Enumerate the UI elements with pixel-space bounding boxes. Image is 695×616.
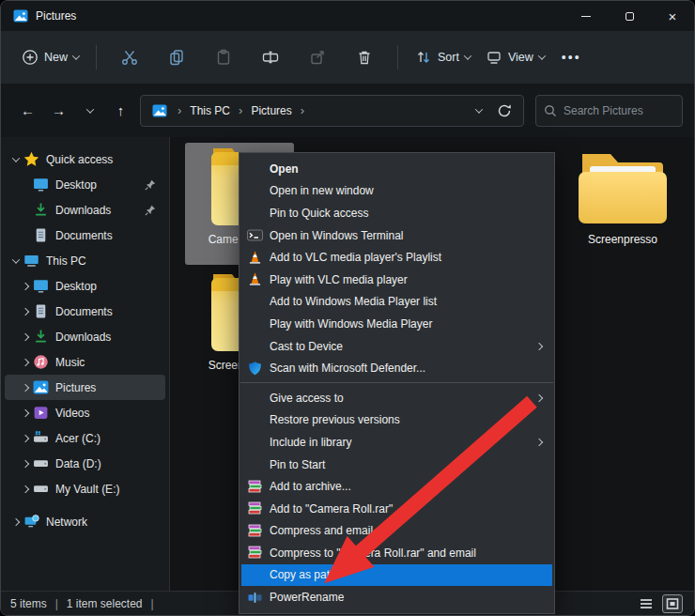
search-box[interactable] (535, 95, 683, 127)
sidebar-item-drive-e[interactable]: My Vault (E:) (5, 476, 165, 501)
back-button[interactable]: ← (12, 96, 43, 126)
chevron-down-icon (12, 255, 20, 263)
sidebar-item-pictures[interactable]: Pictures (5, 375, 165, 400)
see-more-button[interactable]: ••• (552, 50, 591, 65)
winrar-icon (247, 545, 263, 561)
paste-button[interactable] (205, 43, 242, 71)
sidebar-item-downloads[interactable]: Downloads (5, 324, 165, 349)
sidebar-item-label: Documents (55, 305, 113, 318)
menu-item-restore-previous-versions[interactable]: Restore previous versions (239, 409, 554, 432)
refresh-button[interactable] (497, 103, 512, 118)
menu-item-play-with-vlc[interactable]: Play with VLC media player (239, 269, 554, 291)
folder-screenpresso[interactable]: Screenpresso (568, 146, 677, 269)
close-button[interactable]: × (651, 1, 694, 31)
menu-item-cast-to-device[interactable]: Cast to Device (239, 335, 554, 358)
videos-icon (33, 405, 49, 421)
file-explorer-window: Pictures × New (0, 0, 695, 616)
sidebar-item-quick-access[interactable]: Quick access (5, 146, 165, 172)
vlc-icon (247, 250, 263, 266)
menu-item-scan-with-defender[interactable]: Scan with Microsoft Defender... (239, 357, 554, 379)
chevron-right-icon[interactable] (22, 485, 29, 492)
sidebar-item-documents[interactable]: Documents (5, 299, 165, 324)
chevron-right-icon[interactable] (22, 459, 29, 467)
breadcrumb[interactable]: › This PC › Pictures › (140, 95, 524, 127)
view-label: View (508, 51, 533, 64)
menu-item-open-in-windows-terminal[interactable]: Open in Windows Terminal (239, 224, 554, 247)
menu-item-copy-as-path[interactable]: Copy as path (241, 564, 552, 587)
menu-item-include-in-library[interactable]: Include in library (239, 431, 554, 454)
chevron-down-icon (72, 52, 80, 59)
sidebar-item-documents-qa[interactable]: Documents (5, 223, 165, 248)
chevron-right-icon[interactable] (22, 383, 29, 391)
sidebar-item-downloads-qa[interactable]: Downloads (5, 197, 165, 223)
menu-item-compress-to-rar-and-email[interactable]: Compress to "Camera Roll.rar" and email (239, 542, 554, 564)
chevron-right-icon[interactable] (22, 282, 29, 289)
breadcrumb-this-pc[interactable]: This PC (188, 102, 232, 119)
forward-button[interactable]: → (43, 96, 74, 126)
menu-item-pin-to-quick-access[interactable]: Pin to Quick access (239, 202, 554, 224)
menu-item-open[interactable]: Open (239, 158, 554, 180)
menu-item-powerrename[interactable]: PowerRename (239, 586, 554, 608)
maximize-button[interactable] (608, 1, 651, 31)
crumb-separator: › (239, 103, 242, 117)
sidebar-item-this-pc[interactable]: This PC (5, 248, 165, 273)
menu-item-pin-to-start[interactable]: Pin to Start (239, 454, 554, 476)
submenu-arrow-icon (535, 439, 543, 446)
menu-item-add-to-camera-roll-rar[interactable]: Add to "Camera Roll.rar" (239, 498, 554, 520)
sidebar-item-network[interactable]: Network (5, 509, 165, 534)
documents-icon (33, 303, 49, 319)
menu-item-add-to-vlc-playlist[interactable]: Add to VLC media player's Playlist (239, 246, 554, 269)
powerrename-icon (247, 590, 263, 606)
paste-icon (214, 48, 233, 67)
new-button[interactable]: New (14, 43, 86, 71)
chevron-right-icon[interactable] (22, 332, 29, 340)
network-icon (23, 514, 39, 530)
cut-button[interactable] (111, 43, 148, 71)
chevron-right-icon[interactable] (22, 434, 29, 441)
up-button[interactable]: ↑ (105, 96, 136, 126)
sidebar-item-desktop-qa[interactable]: Desktop (5, 172, 165, 197)
minimize-button[interactable] (564, 1, 608, 31)
chevron-right-icon[interactable] (22, 358, 29, 365)
menu-item-play-with-wmp[interactable]: Play with Windows Media Player (239, 313, 554, 335)
breadcrumb-pictures[interactable]: Pictures (249, 102, 293, 119)
winrar-icon (247, 479, 263, 495)
chevron-right-icon[interactable] (22, 408, 29, 416)
share-button[interactable] (299, 43, 336, 71)
search-icon (544, 104, 557, 117)
chevron-right-icon[interactable] (12, 517, 20, 525)
sidebar-item-label: Desktop (55, 178, 97, 192)
winrar-icon (247, 500, 263, 516)
search-input[interactable] (564, 104, 674, 117)
rename-button[interactable] (252, 43, 289, 71)
menu-item-open-in-new-window[interactable]: Open in new window (239, 180, 554, 203)
sidebar-item-label: Videos (55, 407, 89, 420)
window-title: Pictures (36, 9, 76, 23)
sidebar-item-desktop[interactable]: Desktop (5, 273, 165, 299)
sort-button[interactable]: Sort (408, 43, 478, 71)
recent-locations-button[interactable] (74, 96, 105, 126)
menu-item-give-access-to[interactable]: Give access to (239, 387, 554, 409)
address-dropdown-icon[interactable] (475, 105, 483, 113)
sidebar-item-label: Quick access (46, 153, 113, 166)
menu-item-add-to-wmp-list[interactable]: Add to Windows Media Player list (239, 291, 554, 314)
sort-arrows-icon (415, 49, 432, 66)
menu-item-add-to-archive[interactable]: Add to archive... (239, 475, 554, 498)
sidebar-item-videos[interactable]: Videos (5, 400, 165, 425)
delete-button[interactable] (346, 43, 383, 71)
status-separator: | (151, 597, 154, 610)
desktop-icon (33, 278, 49, 294)
sidebar-item-music[interactable]: Music (5, 349, 165, 375)
large-icons-view-button[interactable] (662, 594, 683, 613)
rename-icon (261, 48, 280, 67)
vlc-icon (247, 271, 263, 287)
copy-button[interactable] (158, 43, 195, 71)
chevron-right-icon[interactable] (22, 307, 29, 315)
menu-item-compress-and-email[interactable]: Compress and email... (239, 520, 554, 543)
view-button[interactable]: View (478, 43, 552, 71)
details-view-button[interactable] (636, 594, 656, 613)
chevron-down-icon (538, 52, 546, 59)
sidebar-item-drive-d[interactable]: Data (D:) (5, 451, 165, 476)
sidebar-item-drive-c[interactable]: Acer (C:) (5, 425, 165, 451)
folder-label: Screenpresso (588, 233, 657, 246)
